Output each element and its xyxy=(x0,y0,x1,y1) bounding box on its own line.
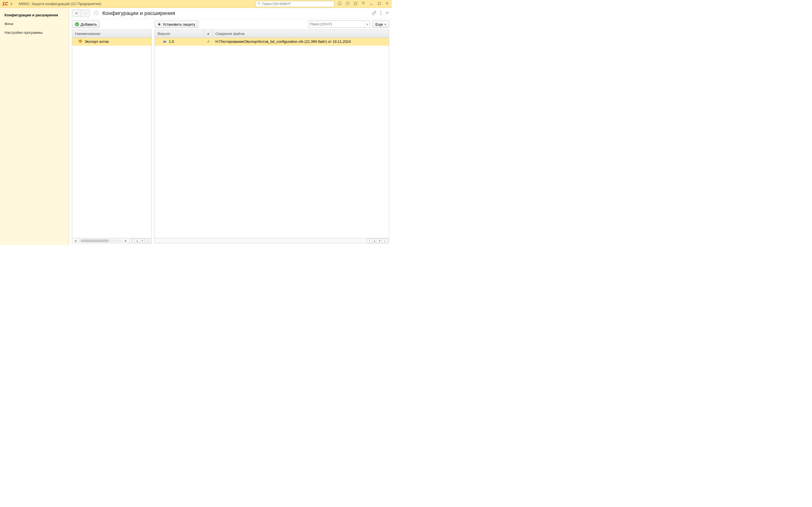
th-version[interactable]: Версия xyxy=(155,30,204,38)
minimize-icon[interactable] xyxy=(369,1,374,6)
app-title: МИКО: Защита конфигураций (1С:Предприяти… xyxy=(18,2,101,6)
table-row[interactable]: Экспорт котов xyxy=(72,38,151,46)
page-title: Конфигурации и расширения xyxy=(102,10,370,16)
version-value: 1.0 xyxy=(169,40,174,44)
scroll-left-icon[interactable]: ◀ xyxy=(73,239,77,243)
svg-rect-8 xyxy=(378,2,380,5)
close-icon[interactable] xyxy=(385,1,390,6)
sidebar-item-label: Конфигурации и расширения xyxy=(4,13,58,17)
nav-back-button[interactable] xyxy=(72,10,81,17)
file-info-value: H:\Тестирование\ЭкспортКотов_bd_configur… xyxy=(215,40,351,44)
table-row[interactable]: 1.0 ✓ H:\Тестирование\ЭкспортКотов_bd_co… xyxy=(155,38,389,46)
sidebar-item-settings[interactable]: Настройки программы xyxy=(0,28,69,37)
lock-icon xyxy=(158,22,161,27)
link-icon[interactable] xyxy=(372,11,376,16)
scroll-right-icon[interactable]: ▶ xyxy=(124,239,128,243)
extension-icon xyxy=(163,41,166,43)
nav-bottom-icon[interactable]: ⤓ xyxy=(145,239,150,243)
more-button[interactable]: Еще xyxy=(372,20,389,28)
svg-point-0 xyxy=(258,2,260,4)
svg-line-1 xyxy=(260,4,260,5)
svg-point-12 xyxy=(380,11,382,11)
nav-top-icon[interactable]: ⤒ xyxy=(130,239,135,243)
table-search-input[interactable] xyxy=(308,21,364,27)
nav-up-icon[interactable]: ▲ xyxy=(372,239,377,243)
versions-table: Версия Сведения файла 1.0 ✓ xyxy=(154,30,389,243)
more-button-label: Еще xyxy=(375,22,383,26)
svg-point-13 xyxy=(380,12,382,13)
svg-marker-11 xyxy=(94,10,99,15)
svg-rect-18 xyxy=(207,34,209,35)
titlebar: 1⁠C ≡ МИКО: Защита конфигураций (1С:Пред… xyxy=(0,0,392,8)
clear-search-button[interactable]: × xyxy=(364,21,370,27)
logo-1c: 1⁠C xyxy=(2,1,8,6)
bell-icon[interactable] xyxy=(337,1,342,6)
search-icon xyxy=(257,2,261,6)
th-lock[interactable] xyxy=(204,30,213,38)
nav-down-icon[interactable]: ▼ xyxy=(377,239,382,243)
content-header: Конфигурации и расширения xyxy=(69,8,392,19)
check-icon: ✓ xyxy=(207,40,210,44)
th-name[interactable]: Наименование xyxy=(72,30,151,38)
star-icon[interactable] xyxy=(353,1,358,6)
svg-marker-3 xyxy=(354,1,357,5)
add-button[interactable]: + Добавить xyxy=(72,20,100,28)
svg-rect-17 xyxy=(158,24,160,25)
hamburger-icon[interactable]: ≡ xyxy=(10,2,16,6)
configurations-table: Наименование Экспорт котов ◀ xyxy=(72,30,152,243)
nav-top-icon[interactable]: ⤒ xyxy=(367,239,372,243)
favorite-star-icon[interactable] xyxy=(93,10,99,17)
global-search[interactable] xyxy=(255,1,335,7)
nav-down-icon[interactable]: ▼ xyxy=(140,239,145,243)
kebab-icon[interactable] xyxy=(380,11,382,16)
close-panel-icon[interactable] xyxy=(386,11,389,15)
add-button-label: Добавить xyxy=(81,22,97,26)
global-search-input[interactable] xyxy=(262,2,333,6)
filter-icon[interactable] xyxy=(361,1,366,6)
protect-button[interactable]: Установить защиту xyxy=(154,20,199,28)
protect-button-label: Установить защиту xyxy=(163,22,195,26)
nav-up-icon[interactable]: ▲ xyxy=(135,239,140,243)
package-icon xyxy=(79,39,82,44)
sidebar: Конфигурации и расширения Фичи Настройки… xyxy=(0,8,69,245)
nav-bottom-icon[interactable]: ⤓ xyxy=(382,239,388,243)
sidebar-item-label: Фичи xyxy=(4,22,13,26)
maximize-icon[interactable] xyxy=(377,2,382,6)
table-search[interactable]: × xyxy=(308,20,370,28)
plus-icon: + xyxy=(75,22,79,26)
history-icon[interactable] xyxy=(345,1,350,6)
sidebar-item-configurations[interactable]: Конфигурации и расширения xyxy=(0,11,69,19)
th-file-info[interactable]: Сведения файла xyxy=(213,30,389,38)
nav-forward-button[interactable] xyxy=(81,10,90,17)
svg-point-14 xyxy=(380,14,382,15)
sidebar-item-label: Настройки программы xyxy=(4,31,43,35)
config-name: Экспорт котов xyxy=(85,40,109,44)
sidebar-item-features[interactable]: Фичи xyxy=(0,19,69,28)
scrollbar[interactable] xyxy=(78,239,123,242)
